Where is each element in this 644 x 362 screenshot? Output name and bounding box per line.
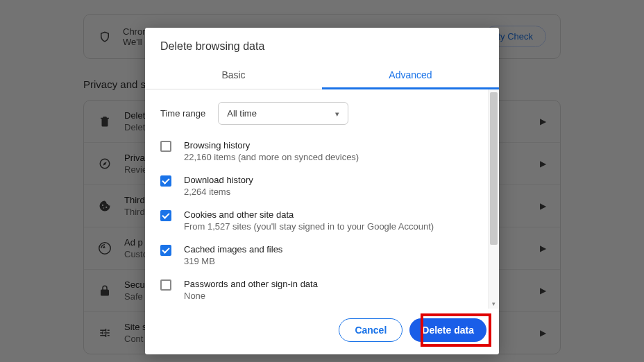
checkbox-passwords[interactable] bbox=[160, 279, 171, 291]
cancel-button[interactable]: Cancel bbox=[339, 318, 402, 342]
checkbox-download-history[interactable] bbox=[160, 175, 171, 187]
checkbox-cookies[interactable] bbox=[160, 210, 171, 221]
option-download-history[interactable]: Download history 2,264 items bbox=[160, 175, 473, 197]
modal-overlay: Delete browsing data Basic Advanced Time… bbox=[0, 0, 644, 362]
dialog-tabs: Basic Advanced bbox=[145, 62, 499, 89]
delete-browsing-data-dialog: Delete browsing data Basic Advanced Time… bbox=[145, 28, 499, 354]
dialog-title: Delete browsing data bbox=[145, 28, 499, 62]
dialog-scrollbar[interactable]: ▾ bbox=[488, 89, 499, 309]
checkbox-cache[interactable] bbox=[160, 245, 171, 256]
option-passwords[interactable]: Passwords and other sign-in data None bbox=[160, 279, 473, 301]
scrollbar-down-icon[interactable]: ▾ bbox=[489, 300, 499, 309]
option-cookies[interactable]: Cookies and other site data From 1,527 s… bbox=[160, 209, 473, 232]
scrollbar-thumb[interactable] bbox=[490, 92, 498, 245]
option-browsing-history[interactable]: Browsing history 22,160 items (and more … bbox=[160, 140, 473, 162]
checkbox-browsing-history[interactable] bbox=[160, 141, 171, 152]
tab-basic[interactable]: Basic bbox=[145, 62, 322, 89]
time-range-label: Time range bbox=[160, 108, 205, 119]
option-cache[interactable]: Cached images and files 319 MB bbox=[160, 244, 473, 266]
time-range-select[interactable]: All time bbox=[218, 102, 348, 125]
dialog-scroll-area: Time range All time Browsing history 22,… bbox=[145, 89, 488, 309]
highlight-annotation bbox=[421, 313, 491, 347]
tab-advanced[interactable]: Advanced bbox=[322, 62, 499, 89]
